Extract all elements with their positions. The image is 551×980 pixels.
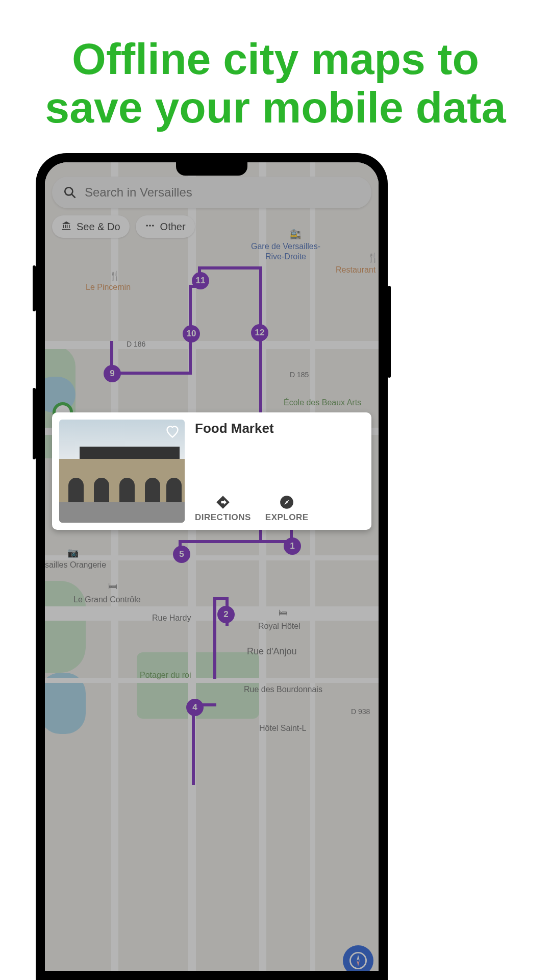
heart-icon — [165, 425, 180, 439]
place-photo[interactable] — [59, 420, 185, 523]
phone-side-button — [33, 265, 36, 311]
action-label: DIRECTIONS — [195, 512, 251, 523]
card-content: Food Market DIRECTIONS EXPLORE — [195, 420, 364, 523]
explore-icon — [280, 495, 294, 509]
phone-frame: 11 10 12 9 1 5 2 4 🚉 Gare de Versailles-… — [36, 153, 388, 980]
explore-button[interactable]: EXPLORE — [265, 495, 309, 523]
directions-icon — [216, 495, 230, 509]
phone-side-button — [388, 286, 391, 378]
place-info-card: Food Market DIRECTIONS EXPLORE — [52, 412, 371, 530]
directions-button[interactable]: DIRECTIONS — [195, 495, 251, 523]
promo-headline: Offline city maps to save your mobile da… — [0, 0, 551, 131]
favorite-button[interactable] — [165, 425, 180, 441]
card-actions: DIRECTIONS EXPLORE — [195, 495, 364, 523]
phone-side-button — [33, 388, 36, 459]
place-title: Food Market — [195, 421, 364, 436]
modal-scrim[interactable] — [45, 162, 379, 971]
phone-notch — [176, 162, 247, 176]
action-label: EXPLORE — [265, 512, 309, 523]
phone-screen: 11 10 12 9 1 5 2 4 🚉 Gare de Versailles-… — [45, 162, 379, 971]
